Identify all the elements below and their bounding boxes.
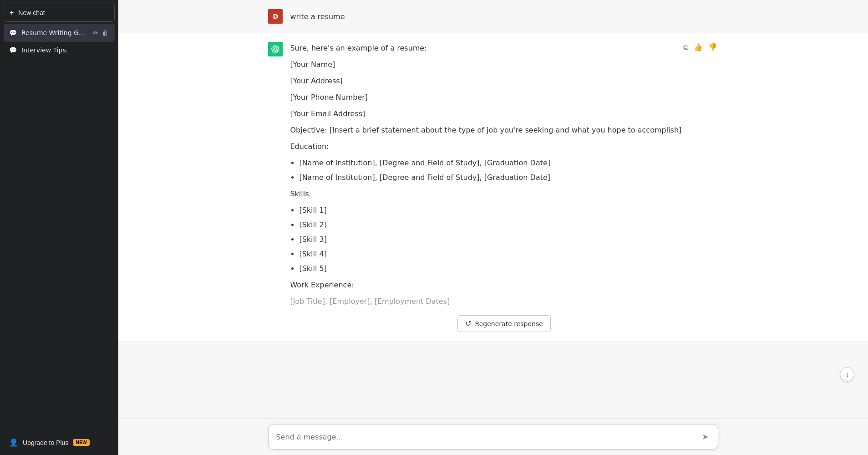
send-button[interactable]: ➤ (700, 430, 711, 444)
new-chat-label: New chat (18, 9, 45, 16)
phone-line: [Your Phone Number] (290, 91, 718, 104)
chat-icon-2: 💬 (9, 46, 17, 54)
person-icon: 👤 (9, 438, 18, 447)
assistant-message-row: Sure, here's an example of a resume: [Yo… (118, 33, 868, 341)
skills-list: [Skill 1] [Skill 2] [Skill 3] [Skill 4] … (290, 204, 718, 275)
chat-area: D write a resume Sure, here's an example… (118, 0, 868, 418)
sidebar-item-resume[interactable]: 💬 Resume Writing Guide. ✏ 🗑 (4, 24, 115, 42)
regenerate-label: Regenerate response (475, 320, 543, 327)
list-item: [Skill 2] (299, 219, 718, 231)
list-item: [Skill 3] (299, 233, 718, 246)
edit-chat-button[interactable]: ✏ (92, 28, 99, 37)
input-area: ➤ (118, 418, 868, 455)
skills-label: Skills: (290, 188, 718, 200)
work-label: Work Experience: (290, 279, 718, 291)
thumbs-down-button[interactable]: 👎 (707, 42, 718, 52)
scroll-bottom-button[interactable]: ↓ (840, 367, 854, 382)
chat-item-actions: ✏ 🗑 (92, 28, 109, 37)
thumbs-up-button[interactable]: 👍 (693, 42, 704, 52)
list-item: [Name of Institution], [Degree and Field… (299, 171, 718, 184)
list-item: [Skill 1] (299, 204, 718, 217)
intro-text: Sure, here's an example of a resume: (290, 42, 718, 55)
name-line: [Your Name] (290, 58, 718, 71)
assistant-message-content: Sure, here's an example of a resume: [Yo… (290, 42, 718, 332)
email-line: [Your Email Address] (290, 107, 718, 120)
main-content: D write a resume Sure, here's an example… (118, 0, 868, 455)
user-message-row: D write a resume (118, 0, 868, 33)
sidebar-item-interview[interactable]: 💬 Interview Tips. (4, 42, 115, 58)
sidebar-item-label-2: Interview Tips. (21, 46, 109, 54)
education-label: Education: (290, 140, 718, 153)
objective-label: Objective: [Insert a brief statement abo… (290, 124, 718, 137)
copy-button[interactable]: ⧉ (682, 42, 689, 52)
work-partial: [Job Title], [Employer], [Employment Dat… (290, 295, 718, 308)
message-actions: ⧉ 👍 👎 (682, 42, 718, 52)
message-input[interactable] (276, 433, 700, 441)
new-badge: NEW (73, 439, 90, 446)
arrow-down-icon: ↓ (845, 370, 849, 378)
chat-icon: 💬 (9, 29, 17, 36)
input-container: ➤ (268, 424, 718, 450)
address-line: [Your Address] (290, 75, 718, 87)
regenerate-icon: ↺ (465, 319, 471, 328)
list-item: [Skill 4] (299, 248, 718, 261)
education-list: [Name of Institution], [Degree and Field… (290, 157, 718, 184)
delete-chat-button[interactable]: 🗑 (101, 28, 109, 37)
send-icon: ➤ (702, 432, 709, 441)
sidebar: + New chat 💬 Resume Writing Guide. ✏ 🗑 💬… (0, 0, 118, 455)
user-initial: D (273, 13, 279, 20)
list-item: [Name of Institution], [Degree and Field… (299, 157, 718, 169)
assistant-avatar (268, 42, 283, 56)
user-message-text: write a resume (290, 9, 345, 23)
upgrade-button[interactable]: 👤 Upgrade to Plus NEW (4, 434, 115, 451)
upgrade-label: Upgrade to Plus (23, 439, 68, 446)
sidebar-item-label: Resume Writing Guide. (21, 29, 87, 36)
new-chat-button[interactable]: + New chat (4, 4, 115, 22)
user-avatar: D (268, 9, 283, 24)
list-item: [Skill 5] (299, 262, 718, 275)
plus-icon: + (10, 9, 14, 17)
regenerate-button[interactable]: ↺ Regenerate response (457, 315, 551, 332)
